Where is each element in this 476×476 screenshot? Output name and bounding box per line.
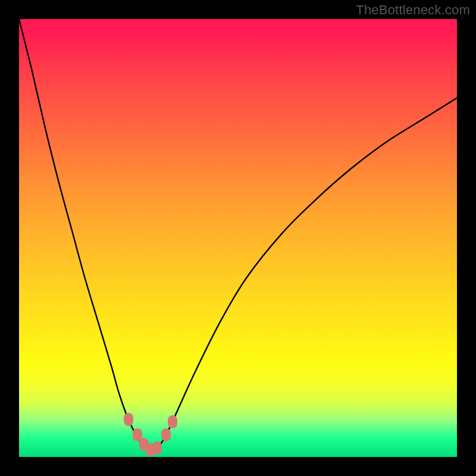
- curve-marker: [168, 415, 177, 428]
- plot-area: [19, 19, 457, 457]
- curve-marker: [152, 441, 162, 455]
- curve-marker: [161, 428, 171, 441]
- curve-marker: [124, 413, 133, 426]
- watermark-text: TheBottleneck.com: [356, 2, 470, 18]
- bottleneck-curve: [19, 19, 457, 457]
- chart-frame: TheBottleneck.com: [0, 0, 476, 476]
